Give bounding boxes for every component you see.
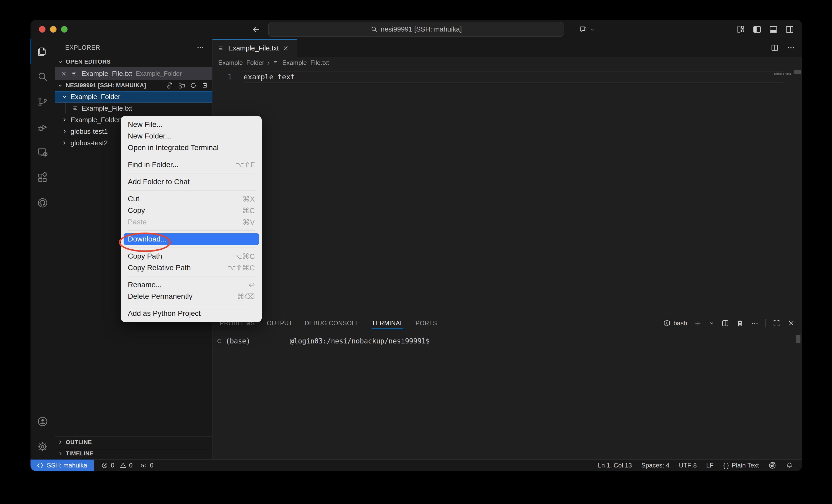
tab-example-file[interactable]: Example_File.txt bbox=[212, 39, 297, 57]
menu-item-cut[interactable]: Cut⌘X bbox=[124, 193, 259, 205]
launch-profile-chevron-icon[interactable] bbox=[709, 320, 714, 326]
terminal-scrollbar[interactable] bbox=[796, 335, 801, 343]
outline-section[interactable]: OUTLINE bbox=[55, 437, 212, 448]
minimize-window-button[interactable] bbox=[50, 26, 56, 33]
activity-explorer[interactable] bbox=[30, 39, 55, 64]
menu-item-copy[interactable]: Copy⌘C bbox=[124, 205, 259, 216]
panel-tab-debug-console[interactable]: DEBUG CONSOLE bbox=[305, 315, 360, 331]
menu-item-copy-path[interactable]: Copy Path⌥⌘C bbox=[124, 250, 259, 262]
settings-button[interactable] bbox=[30, 434, 55, 459]
more-actions-icon[interactable] bbox=[787, 44, 795, 52]
close-icon[interactable] bbox=[60, 70, 67, 77]
close-window-button[interactable] bbox=[39, 26, 46, 33]
menu-item-add-as-python-project[interactable]: Add as Python Project bbox=[124, 308, 259, 319]
activity-search[interactable] bbox=[30, 64, 55, 89]
refresh-icon[interactable] bbox=[189, 82, 197, 89]
terminal[interactable]: (base) @login03:/nesi/nobackup/nesi99991… bbox=[212, 331, 802, 459]
minimap: example text bbox=[774, 73, 791, 75]
remote-indicator[interactable]: SSH: mahuika bbox=[30, 459, 94, 471]
breadcrumb-folder[interactable]: Example_Folder bbox=[218, 59, 264, 66]
bash-icon bbox=[663, 319, 671, 327]
toggle-primary-sidebar-icon[interactable] bbox=[753, 25, 761, 34]
menu-item-open-integrated-terminal[interactable]: Open in Integrated Terminal bbox=[124, 142, 259, 153]
menu-item-download[interactable]: Download... bbox=[124, 233, 259, 245]
menu-item-new-file[interactable]: New File... bbox=[124, 119, 259, 130]
explorer-more-actions-icon[interactable] bbox=[197, 44, 204, 52]
menu-separator bbox=[127, 190, 255, 191]
language-mode[interactable]: { } Plain Text bbox=[723, 462, 759, 469]
activity-source-control[interactable] bbox=[30, 89, 55, 115]
cursor-position[interactable]: Ln 1, Col 13 bbox=[598, 462, 632, 469]
error-icon bbox=[101, 462, 108, 469]
close-panel-icon[interactable] bbox=[787, 319, 795, 327]
new-terminal-icon[interactable] bbox=[694, 319, 702, 327]
open-editors-label: OPEN EDITORS bbox=[66, 58, 111, 65]
activity-run-debug[interactable] bbox=[30, 115, 55, 140]
zoom-window-button[interactable] bbox=[61, 26, 68, 33]
workspace-section[interactable]: NESI99991 [SSH: MAHUIKA] bbox=[55, 80, 212, 91]
menu-item-new-folder[interactable]: New Folder... bbox=[124, 130, 259, 142]
bell-icon[interactable] bbox=[786, 462, 793, 469]
breadcrumb: Example_Folder › Example_File.txt bbox=[212, 57, 802, 69]
new-file-icon[interactable] bbox=[166, 82, 174, 89]
chevron-down-icon bbox=[61, 93, 68, 100]
encoding[interactable]: UTF-8 bbox=[679, 462, 697, 469]
eol-sequence[interactable]: LF bbox=[706, 462, 714, 469]
panel-tab-output[interactable]: OUTPUT bbox=[267, 315, 293, 331]
accounts-button[interactable] bbox=[30, 409, 55, 434]
problems-status[interactable]: 0 0 bbox=[101, 462, 132, 469]
terminal-prompt-path: @login03:/nesi/nobackup/nesi99991$ bbox=[290, 337, 430, 345]
maximize-panel-icon[interactable] bbox=[773, 319, 780, 327]
ports-status[interactable]: 0 bbox=[140, 462, 153, 469]
activity-github[interactable] bbox=[30, 190, 55, 216]
chevron-down-icon bbox=[57, 82, 63, 89]
editor-scrollbar[interactable] bbox=[794, 70, 801, 74]
account-icon bbox=[37, 416, 48, 427]
toggle-panel-icon[interactable] bbox=[769, 25, 778, 34]
terminal-prompt-env: (base) bbox=[226, 337, 250, 345]
menu-item-delete-permanently[interactable]: Delete Permanently⌘⌫ bbox=[124, 291, 259, 302]
open-editor-item[interactable]: Example_File.txt Example_Folder bbox=[55, 67, 212, 80]
indentation[interactable]: Spaces: 4 bbox=[641, 462, 670, 469]
activity-bar bbox=[30, 39, 55, 459]
shell-label: bash bbox=[673, 319, 687, 327]
command-center-search[interactable]: nesi99991 [SSH: mahuika] bbox=[268, 22, 564, 37]
panel-tab-ports[interactable]: PORTS bbox=[415, 315, 437, 331]
files-icon bbox=[37, 46, 48, 57]
copilot-disabled-icon[interactable] bbox=[769, 461, 776, 469]
split-editor-icon[interactable] bbox=[771, 44, 779, 52]
panel-more-actions-icon[interactable] bbox=[751, 319, 759, 327]
tree-item-example-file[interactable]: Example_File.txt bbox=[55, 103, 212, 114]
menu-item-rename[interactable]: Rename...↩ bbox=[124, 279, 259, 291]
kill-terminal-icon[interactable] bbox=[736, 319, 744, 327]
timeline-section[interactable]: TIMELINE bbox=[55, 448, 212, 459]
open-editors-section[interactable]: OPEN EDITORS bbox=[55, 56, 212, 67]
chevron-right-icon bbox=[61, 128, 68, 135]
menu-item-paste: Paste⌘V bbox=[124, 216, 259, 228]
split-terminal-icon[interactable] bbox=[721, 319, 729, 327]
breadcrumb-file[interactable]: Example_File.txt bbox=[282, 59, 329, 66]
menu-item-copy-relative-path[interactable]: Copy Relative Path⌥⇧⌘C bbox=[124, 262, 259, 274]
chevron-right-icon bbox=[61, 140, 68, 146]
navigate-back-icon[interactable] bbox=[251, 25, 260, 34]
collapse-all-icon[interactable] bbox=[201, 82, 209, 89]
menu-item-add-folder-to-chat[interactable]: Add Folder to Chat bbox=[124, 176, 259, 188]
tree-item-example-folder[interactable]: Example_Folder bbox=[55, 91, 212, 103]
new-folder-icon[interactable] bbox=[178, 82, 185, 89]
panel-tab-terminal[interactable]: TERMINAL bbox=[371, 315, 404, 331]
command-center-label: nesi99991 [SSH: mahuika] bbox=[381, 25, 462, 33]
menu-item-find-in-folder[interactable]: Find in Folder...⌥⇧F bbox=[124, 159, 259, 171]
editor-tab-bar: Example_File.txt bbox=[212, 39, 802, 57]
customize-layout-icon[interactable] bbox=[736, 25, 745, 34]
prompt-circle-icon bbox=[217, 338, 222, 344]
editor-content[interactable]: 1 example text example text bbox=[212, 69, 802, 315]
terminal-shell-selector[interactable]: bash bbox=[663, 319, 687, 327]
activity-extensions[interactable] bbox=[30, 165, 55, 190]
toggle-secondary-sidebar-icon[interactable] bbox=[785, 25, 794, 34]
outline-label: OUTLINE bbox=[66, 439, 92, 446]
activity-remote-explorer[interactable] bbox=[30, 140, 55, 165]
chevron-right-icon bbox=[61, 116, 68, 123]
close-icon[interactable] bbox=[282, 45, 289, 52]
copilot-chat-button[interactable] bbox=[579, 25, 595, 34]
search-icon bbox=[37, 71, 48, 83]
